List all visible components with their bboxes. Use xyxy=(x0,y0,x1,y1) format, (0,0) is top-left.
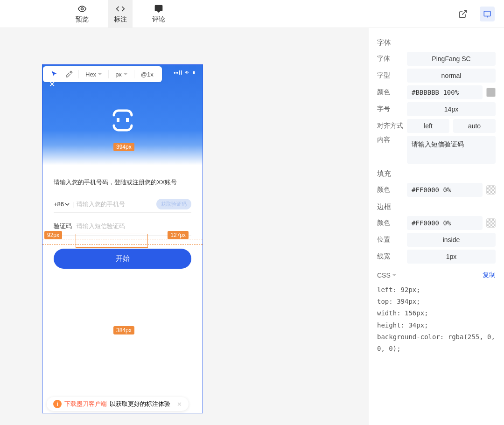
label-border-color: 颜色 xyxy=(377,219,403,227)
label-fill-color: 颜色 xyxy=(377,186,403,194)
value-font-size[interactable]: 14px xyxy=(407,102,496,116)
zoom-level[interactable]: @1x xyxy=(137,71,157,78)
label-content: 内容 xyxy=(377,136,403,144)
value-align-v[interactable]: auto xyxy=(453,119,496,133)
code-icon xyxy=(116,4,125,14)
copy-button[interactable]: 复制 xyxy=(483,271,496,279)
value-border-position[interactable]: inside xyxy=(407,233,496,247)
measurement-bottom: 384px xyxy=(113,326,134,334)
svg-rect-5 xyxy=(126,118,129,122)
measurement-left: 92px xyxy=(44,231,62,239)
prompt-text: 请输入您的手机号码，登陆或注册您的XX账号 xyxy=(54,178,191,187)
tab-preview[interactable]: 预览 xyxy=(70,0,94,28)
value-border-width[interactable]: 1px xyxy=(407,250,496,264)
tab-label: 标注 xyxy=(114,15,127,24)
code-format-select[interactable]: CSS xyxy=(377,272,396,279)
eyedropper-tool[interactable] xyxy=(63,68,76,81)
comment-icon xyxy=(154,4,163,14)
banner-link[interactable]: 下载墨刀客户端 xyxy=(64,400,107,408)
get-code-button[interactable]: 获取验证码 xyxy=(156,199,191,209)
swatch-fill-color xyxy=(486,185,496,195)
value-fill-color[interactable]: #FF0000 0% xyxy=(407,183,483,197)
swatch-border-color xyxy=(486,218,496,228)
canvas-toolbar: Hex px @1x xyxy=(43,66,162,82)
code-label: 验证码 xyxy=(54,222,72,230)
export-button[interactable] xyxy=(455,7,470,21)
value-font-family[interactable]: PingFang SC xyxy=(407,52,496,66)
label-font-family: 字体 xyxy=(377,55,403,63)
app-logo xyxy=(109,107,136,134)
inspector-panel: 字体 字体 PingFang SC 字型 normal 颜色 #BBBBBB 1… xyxy=(369,28,504,425)
code-placeholder[interactable]: 请输入短信验证码 xyxy=(77,222,191,230)
panel-toggle-button[interactable] xyxy=(480,7,495,21)
phone-body: 请输入您的手机号码，登陆或注册您的XX账号 +86 | 请输入您的手机号 获取验… xyxy=(42,165,203,275)
color-format-select[interactable]: Hex xyxy=(82,71,105,78)
measurement-right: 127px xyxy=(168,231,189,239)
label-color: 颜色 xyxy=(377,88,403,97)
svg-line-1 xyxy=(462,11,466,15)
eyedropper-icon xyxy=(65,70,73,78)
tab-label: 预览 xyxy=(76,15,89,24)
eye-icon xyxy=(77,4,87,14)
selection-outline xyxy=(76,234,148,248)
label-font-style: 字型 xyxy=(377,71,403,80)
unit-select[interactable]: px xyxy=(112,71,131,78)
canvas-area: Hex px @1x 12:00 ••ll ᯤ ▮ ✕ 394px xyxy=(0,28,369,425)
banner-text: 以获取更好的标注体验 xyxy=(110,400,170,408)
value-border-color[interactable]: #FF0000 0% xyxy=(407,216,483,230)
section-font: 字体 xyxy=(377,38,496,47)
info-icon: i xyxy=(53,400,62,408)
external-link-icon xyxy=(458,9,468,19)
label-line-width: 线宽 xyxy=(377,252,403,261)
top-tabs: 预览 标注 评论 xyxy=(0,0,504,28)
section-border: 边框 xyxy=(377,202,496,211)
value-align-h[interactable]: left xyxy=(407,119,449,133)
section-fill: 填充 xyxy=(377,169,496,178)
label-font-size: 字号 xyxy=(377,105,403,113)
measurement-top: 394px xyxy=(113,143,134,151)
banner-close-icon[interactable]: ✕ xyxy=(177,401,182,408)
chevron-down-icon xyxy=(65,202,70,207)
status-icons: ••ll ᯤ ▮ xyxy=(174,70,196,76)
svg-rect-2 xyxy=(484,11,490,16)
phone-mockup: 12:00 ••ll ᯤ ▮ ✕ 394px 请输入您的手机号码，登陆或注册您的… xyxy=(42,64,203,413)
swatch-font-color xyxy=(486,88,496,97)
country-prefix[interactable]: +86 xyxy=(54,201,70,208)
tab-label: 评论 xyxy=(152,15,165,24)
select-tool[interactable] xyxy=(48,68,61,81)
cursor-icon xyxy=(50,70,58,78)
tab-annotate[interactable]: 标注 xyxy=(108,0,133,28)
css-code-block[interactable]: left: 92px; top: 394px; width: 156px; he… xyxy=(377,284,496,355)
phone-input-row: +86 | 请输入您的手机号 获取验证码 xyxy=(54,196,191,213)
start-button[interactable]: 开始 xyxy=(54,249,191,269)
label-position: 位置 xyxy=(377,236,403,244)
value-font-style[interactable]: normal xyxy=(407,69,496,83)
value-content[interactable]: 请输入短信验证码 xyxy=(407,136,496,164)
svg-point-0 xyxy=(81,7,84,10)
svg-rect-4 xyxy=(117,118,119,122)
tab-comment[interactable]: 评论 xyxy=(147,0,171,28)
download-banner: i 下载墨刀客户端 以获取更好的标注体验 ✕ xyxy=(47,397,189,411)
panel-icon xyxy=(483,10,491,18)
label-align: 对齐方式 xyxy=(377,122,403,130)
value-font-color[interactable]: #BBBBBB 100% xyxy=(407,85,483,99)
